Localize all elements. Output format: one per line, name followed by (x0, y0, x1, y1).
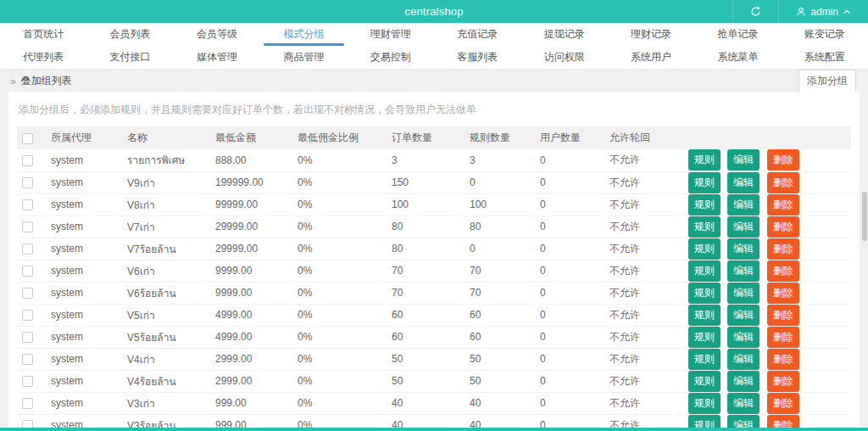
cell-name: V7ร้อยล้าน (127, 243, 176, 255)
nav-item[interactable]: 交易控制 (348, 46, 434, 69)
rules-button[interactable]: 规则 (688, 194, 721, 216)
cell-agent: system (51, 331, 83, 343)
refresh-button[interactable] (732, 0, 778, 23)
row-checkbox[interactable] (22, 288, 33, 299)
edit-button[interactable]: 编辑 (727, 172, 760, 193)
row-checkbox[interactable] (22, 354, 33, 365)
row-checkbox[interactable] (22, 310, 33, 321)
row-checkbox[interactable] (22, 243, 33, 255)
delete-button[interactable]: 删除 (767, 349, 799, 370)
nav-item-label: 提现记录 (544, 28, 585, 40)
nav-item[interactable]: 提现记录 (520, 23, 607, 46)
edit-button[interactable]: 编辑 (727, 283, 760, 304)
delete-button[interactable]: 删除 (767, 216, 799, 238)
table-row: system V3เก่า 999.00 0% 40 40 0 不允许 规则 编… (17, 392, 851, 414)
cell-min-commission: 0% (298, 419, 312, 428)
cell-rule-count: 50 (470, 375, 481, 387)
row-checkbox[interactable] (22, 420, 33, 428)
edit-button[interactable]: 编辑 (727, 305, 760, 326)
cell-rule-count: 50 (470, 353, 481, 365)
cell-name: V5เก่า (127, 310, 155, 322)
nav-item[interactable]: 代理列表 (0, 46, 86, 69)
nav-item[interactable]: 客服列表 (434, 46, 520, 69)
delete-button[interactable]: 删除 (767, 149, 799, 171)
nav-item[interactable]: 充值记录 (434, 23, 520, 46)
delete-button[interactable]: 删除 (767, 415, 799, 428)
edit-button[interactable]: 编辑 (727, 327, 760, 348)
delete-button[interactable]: 删除 (767, 327, 799, 348)
cell-user-count: 0 (540, 199, 546, 210)
edit-button[interactable]: 编辑 (727, 260, 760, 282)
rules-button[interactable]: 规则 (688, 371, 721, 392)
page-title: 叠加组列表 (21, 74, 72, 88)
cell-agent: system (51, 265, 83, 277)
rules-button[interactable]: 规则 (688, 349, 721, 370)
table-row: system V9เก่า 199999.00 0% 150 0 0 不允许 规… (17, 171, 851, 193)
nav-item[interactable]: 会员等级 (174, 23, 260, 46)
rules-button[interactable]: 规则 (688, 216, 721, 238)
cell-agent: system (51, 221, 83, 232)
delete-button[interactable]: 删除 (767, 238, 799, 260)
edit-button[interactable]: 编辑 (727, 238, 760, 260)
row-checkbox[interactable] (22, 155, 33, 166)
user-menu[interactable]: admin (778, 0, 868, 23)
select-all-checkbox[interactable] (22, 133, 33, 144)
nav-item-label: 支付接口 (110, 51, 151, 63)
delete-button[interactable]: 删除 (767, 305, 799, 326)
row-checkbox[interactable] (22, 221, 33, 232)
nav-item[interactable]: 支付接口 (86, 46, 173, 69)
nav-item[interactable]: 系统菜单 (694, 46, 781, 69)
nav-item[interactable]: 会员列表 (86, 23, 173, 46)
delete-button[interactable]: 删除 (767, 172, 799, 193)
edit-button[interactable]: 编辑 (727, 393, 760, 414)
nav-item[interactable]: 系统配置 (782, 46, 868, 69)
rules-button[interactable]: 规则 (688, 260, 721, 282)
nav-item-label: 理财管理 (370, 28, 411, 40)
nav-item[interactable]: 理财管理 (348, 23, 434, 46)
nav-item[interactable]: 访问权限 (520, 46, 607, 69)
chevron-up-icon (843, 8, 851, 15)
rules-button[interactable]: 规则 (688, 238, 721, 260)
rules-button[interactable]: 规则 (688, 327, 721, 348)
cell-order-count: 80 (392, 243, 403, 255)
row-checkbox[interactable] (22, 376, 33, 387)
nav-item[interactable]: 媒体管理 (174, 46, 260, 69)
row-checkbox[interactable] (22, 199, 33, 210)
nav-item[interactable]: 首页统计 (0, 23, 86, 46)
nav-item[interactable]: 商品管理 (260, 46, 347, 69)
rules-button[interactable]: 规则 (688, 305, 721, 326)
edit-button[interactable]: 编辑 (727, 149, 760, 171)
rules-button[interactable]: 规则 (688, 415, 721, 428)
edit-button[interactable]: 编辑 (727, 349, 760, 370)
cell-name: V6เก่า (127, 266, 155, 277)
nav-item[interactable]: 抢单记录 (694, 23, 781, 46)
edit-button[interactable]: 编辑 (727, 415, 760, 428)
edit-button[interactable]: 编辑 (727, 371, 760, 392)
row-checkbox[interactable] (22, 177, 33, 188)
row-checkbox[interactable] (22, 398, 33, 409)
edit-button[interactable]: 编辑 (727, 194, 760, 216)
cell-user-count: 0 (540, 243, 546, 255)
delete-button[interactable]: 删除 (767, 393, 799, 414)
delete-button[interactable]: 删除 (767, 371, 799, 392)
nav-item[interactable]: 理财记录 (608, 23, 694, 46)
rules-button[interactable]: 规则 (688, 172, 721, 193)
delete-button[interactable]: 删除 (767, 194, 799, 216)
cell-agent: system (51, 176, 83, 188)
cell-agent: system (51, 154, 83, 166)
edit-button[interactable]: 编辑 (727, 216, 760, 238)
row-checkbox[interactable] (22, 266, 33, 277)
nav-item[interactable]: 模式分组 (260, 23, 347, 46)
vertical-scrollbar[interactable] (862, 192, 867, 241)
rules-button[interactable]: 规则 (688, 149, 721, 171)
user-name: admin (810, 6, 838, 18)
add-group-button[interactable]: 添加分组 (798, 70, 856, 92)
rules-button[interactable]: 规则 (688, 393, 721, 414)
main-nav: 首页统计 会员列表 会员等级 模式分组 理财管理 充值记录 提现记录 (0, 23, 868, 70)
delete-button[interactable]: 删除 (767, 283, 799, 304)
rules-button[interactable]: 规则 (688, 283, 721, 304)
nav-item[interactable]: 系统用户 (608, 46, 694, 69)
delete-button[interactable]: 删除 (767, 260, 799, 282)
row-checkbox[interactable] (22, 332, 33, 343)
nav-item[interactable]: 账变记录 (782, 23, 868, 46)
